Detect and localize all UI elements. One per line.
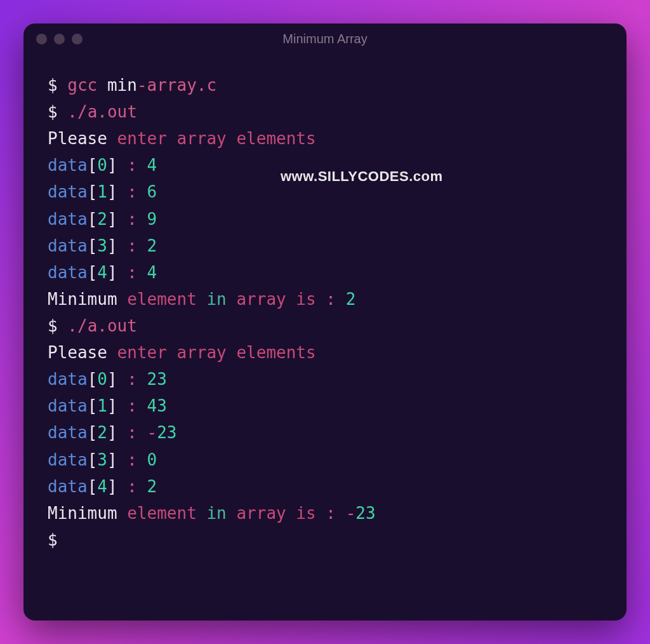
close-icon[interactable]: [36, 34, 47, 44]
command-line-run1: $ ./a.out: [48, 98, 602, 125]
watermark-text: www.SILLYCODES.com: [281, 165, 443, 188]
window-title: Minimum Array: [282, 32, 367, 46]
arg-min: min: [107, 76, 137, 95]
prompt-symbol: $: [48, 316, 58, 335]
data-entry: data[2] : -23: [48, 419, 602, 446]
result-value: 23: [355, 504, 375, 523]
minimize-icon[interactable]: [54, 34, 65, 44]
titlebar: Minimum Array: [23, 23, 627, 54]
arg-array: array: [147, 76, 197, 95]
output-prompt-2: Please enter array elements: [48, 339, 602, 366]
data-value: 2: [147, 477, 157, 496]
command-line-compile: $ gcc min-array.c: [48, 72, 602, 98]
data-value: 4: [147, 156, 157, 175]
data-value: 6: [147, 182, 157, 201]
result-line-2: Minimum element in array is : -23: [48, 500, 602, 527]
terminal-window: Minimum Array www.SILLYCODES.com $ gcc m…: [23, 23, 627, 621]
output-prompt-1: Please enter array elements: [48, 125, 602, 152]
data-value: 23: [157, 423, 176, 442]
data-entry: data[0] : 23: [48, 366, 602, 392]
data-entry: data[4] : 4: [48, 259, 602, 286]
prompt-symbol: $: [48, 76, 58, 95]
prompt-symbol: $: [48, 102, 58, 121]
data-entry: data[1] : 43: [48, 392, 602, 419]
cmd-gcc: gcc: [67, 76, 97, 95]
data-entry: data[2] : 9: [48, 206, 602, 232]
data-entry: data[3] : 0: [48, 446, 602, 473]
data-value: 43: [147, 396, 167, 415]
prompt-idle: $: [48, 527, 602, 553]
result-line-1: Minimum element in array is : 2: [48, 286, 602, 312]
traffic-lights: [36, 34, 83, 44]
command-line-run2: $ ./a.out: [48, 312, 602, 339]
maximize-icon[interactable]: [72, 34, 83, 44]
arg-c: c: [207, 76, 217, 95]
data-value: 23: [147, 370, 167, 389]
data-entry: data[4] : 2: [48, 473, 602, 500]
prompt-symbol: $: [48, 530, 58, 549]
data-value: 2: [147, 236, 157, 255]
data-entry: data[3] : 2: [48, 232, 602, 259]
data-value: 9: [147, 210, 157, 229]
data-value: 4: [147, 263, 157, 282]
terminal-body[interactable]: www.SILLYCODES.com $ gcc min-array.c $ .…: [23, 54, 627, 621]
data-value: 0: [147, 450, 157, 469]
result-value: 2: [346, 290, 356, 309]
